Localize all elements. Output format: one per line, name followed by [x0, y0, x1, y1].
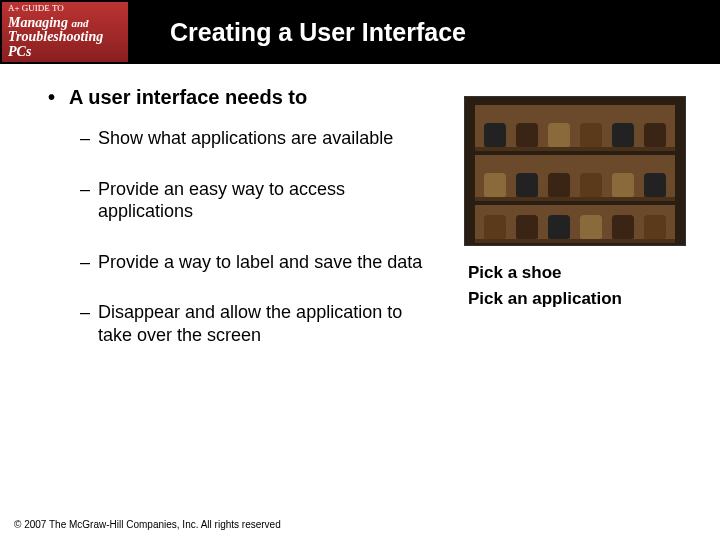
sub-bullet: Provide a way to label and save the data	[80, 251, 440, 274]
shoe-store-photo	[464, 96, 686, 246]
main-bullet: • A user interface needs to	[48, 86, 464, 109]
logo-line-2: Troubleshooting PCs	[8, 30, 122, 59]
caption-line-2: Pick an application	[468, 286, 686, 312]
text-column: • A user interface needs to Show what ap…	[48, 86, 464, 374]
photo-caption: Pick a shoe Pick an application	[464, 260, 686, 311]
caption-line-1: Pick a shoe	[468, 260, 686, 286]
main-bullet-text: A user interface needs to	[69, 86, 307, 109]
sub-bullet: Disappear and allow the application to t…	[80, 301, 440, 346]
logo-line-1: Managing and	[8, 16, 122, 31]
right-column: Pick a shoe Pick an application	[464, 86, 686, 311]
bullet-dot: •	[48, 87, 55, 107]
copyright-footer: © 2007 The McGraw-Hill Companies, Inc. A…	[14, 519, 281, 530]
slide-title: Creating a User Interface	[130, 18, 720, 47]
content-area: • A user interface needs to Show what ap…	[0, 64, 720, 374]
sub-bullet-list: Show what applications are available Pro…	[48, 127, 440, 346]
header-bar: A+ GUIDE TO Managing and Troubleshooting…	[0, 0, 720, 64]
logo-top-line: A+ GUIDE TO	[8, 4, 122, 13]
sub-bullet: Provide an easy way to access applicatio…	[80, 178, 440, 223]
book-logo: A+ GUIDE TO Managing and Troubleshooting…	[0, 0, 130, 64]
sub-bullet: Show what applications are available	[80, 127, 440, 150]
logo-word-managing: Managing	[8, 15, 68, 30]
logo-word-and: and	[71, 17, 88, 29]
